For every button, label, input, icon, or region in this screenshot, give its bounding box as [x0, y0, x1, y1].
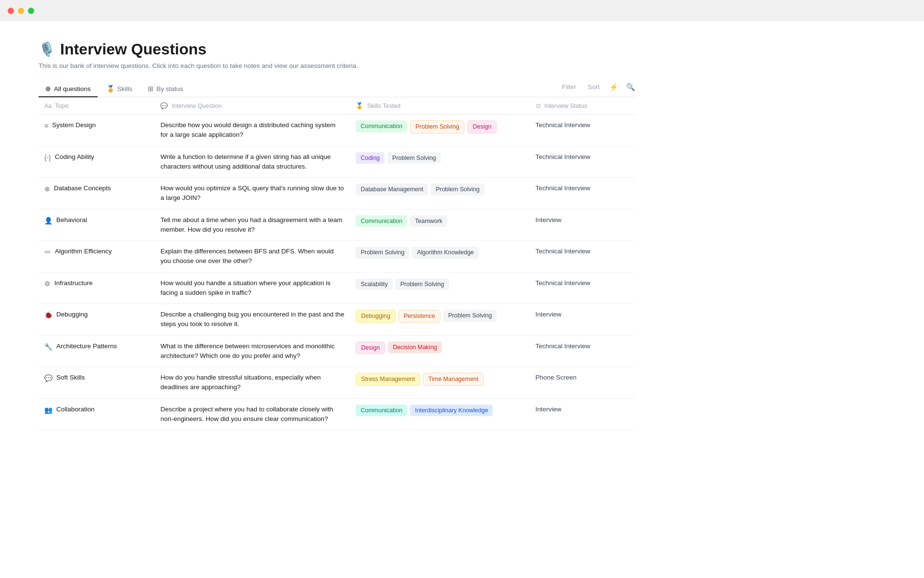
topic-icon: 💬	[44, 373, 52, 383]
question-cell-4: Explain the differences between BFS and …	[154, 241, 350, 273]
question-cell-0: Describe how you would design a distribu…	[154, 115, 350, 146]
tab-skills[interactable]: 🏅 Skills	[100, 81, 140, 97]
status-cell-7: Technical Interview	[530, 335, 635, 367]
topic-cell-3: 👤Behavioral	[38, 209, 154, 241]
topic-cell-0: ≡System Design	[38, 115, 154, 146]
all-questions-icon: ⊕	[45, 85, 51, 92]
status-cell-6: Interview	[530, 304, 635, 336]
topic-label: Collaboration	[56, 405, 95, 414]
col-header-status: ⊙ Interview Status	[530, 97, 635, 115]
topic-label: Database Concepts	[54, 184, 111, 193]
skill-badge: Design	[356, 342, 385, 355]
skill-badge: Algorithm Knowledge	[412, 247, 478, 259]
skill-badge: Stress Management	[356, 373, 420, 386]
question-cell-3: Tell me about a time when you had a disa…	[154, 209, 350, 241]
minimize-button[interactable]	[18, 8, 24, 14]
status-cell-8: Phone Screen	[530, 367, 635, 399]
skills-cell-9: CommunicationInterdisciplinary Knowledge	[350, 398, 529, 430]
toolbar-right: Filter Sort ⚡ 🔍	[560, 82, 635, 95]
skill-badge: Database Management	[356, 184, 428, 196]
skills-cell-4: Problem SolvingAlgorithm Knowledge	[350, 241, 529, 273]
skills-cell-5: ScalabilityProblem Solving	[350, 272, 529, 304]
tabs-row: ⊕ All questions 🏅 Skills ⊞ By status Fil…	[38, 81, 635, 97]
table-row[interactable]: 👥CollaborationDescribe a project where y…	[38, 398, 635, 430]
lightning-icon[interactable]: ⚡	[609, 83, 618, 92]
topic-icon: {-}	[44, 153, 51, 163]
page-title: Interview Questions	[60, 40, 206, 58]
skill-badge: Coding	[356, 152, 385, 164]
table-row[interactable]: {-}Coding AbilityWrite a function to det…	[38, 146, 635, 178]
skill-badge: Teamwork	[410, 215, 447, 227]
status-cell-3: Interview	[530, 209, 635, 241]
question-col-icon: 💬	[160, 103, 168, 109]
table-row[interactable]: ⚙InfrastructureHow would you handle a si…	[38, 272, 635, 304]
skill-badge: Debugging	[356, 310, 395, 323]
status-cell-9: Interview	[530, 398, 635, 430]
skill-badge: Design	[467, 120, 497, 133]
skills-cell-2: Database ManagementProblem Solving	[350, 178, 529, 210]
topic-icon: 🐞	[44, 310, 52, 320]
table-row[interactable]: ≡System DesignDescribe how you would des…	[38, 115, 635, 146]
table-row[interactable]: ≔Algorithm EfficiencyExplain the differe…	[38, 241, 635, 273]
topic-cell-7: 🔧Architecture Patterns	[38, 335, 154, 367]
by-status-icon: ⊞	[148, 85, 154, 92]
skills-col-icon: 🏅	[356, 103, 363, 109]
skill-badge: Interdisciplinary Knowledge	[410, 405, 493, 417]
topic-label: System Design	[52, 120, 96, 130]
page-icon: 🎙️	[38, 41, 55, 57]
topic-icon: ≡	[44, 121, 48, 131]
filter-button[interactable]: Filter	[560, 82, 578, 92]
topic-cell-5: ⚙Infrastructure	[38, 272, 154, 304]
col-header-question: 💬 Interview Question	[154, 97, 350, 115]
skills-cell-1: CodingProblem Solving	[350, 146, 529, 178]
topic-label: Algorithm Efficiency	[55, 247, 112, 256]
skill-badge: Decision Making	[388, 342, 442, 354]
skill-badge: Problem Solving	[387, 152, 441, 164]
table-row[interactable]: 🐞DebuggingDescribe a challenging bug you…	[38, 304, 635, 336]
sort-button[interactable]: Sort	[586, 82, 602, 92]
titlebar	[0, 0, 924, 21]
skill-badge: Problem Solving	[443, 310, 497, 322]
topic-label: Behavioral	[56, 215, 87, 225]
question-cell-1: Write a function to determine if a given…	[154, 146, 350, 178]
skill-badge: Persistence	[398, 310, 440, 323]
skills-cell-8: Stress ManagementTime Management	[350, 367, 529, 399]
topic-icon: ≔	[44, 247, 51, 257]
topic-icon: ⚙	[44, 279, 51, 289]
status-cell-1: Technical Interview	[530, 146, 635, 178]
skills-cell-7: DesignDecision Making	[350, 335, 529, 367]
skill-badge: Problem Solving	[356, 247, 409, 259]
skill-badge: Problem Solving	[396, 278, 449, 290]
table-row[interactable]: 🔧Architecture PatternsWhat is the differ…	[38, 335, 635, 367]
skills-cell-3: CommunicationTeamwork	[350, 209, 529, 241]
search-icon[interactable]: 🔍	[626, 83, 635, 92]
skill-badge: Communication	[356, 215, 407, 227]
page-content: 🎙️ Interview Questions This is our bank …	[0, 21, 674, 449]
skill-badge: Problem Solving	[410, 120, 464, 133]
maximize-button[interactable]	[28, 8, 34, 14]
skill-badge: Time Management	[423, 373, 484, 386]
table-header-row: Aa Topic 💬 Interview Question 🏅 Skills T…	[38, 97, 635, 115]
close-button[interactable]	[8, 8, 14, 14]
col-question-label: Interview Question	[172, 103, 222, 109]
tab-skills-label: Skills	[117, 85, 133, 92]
topic-label: Coding Ability	[55, 152, 94, 162]
topic-cell-2: ⊗Database Concepts	[38, 178, 154, 210]
tab-by-status[interactable]: ⊞ By status	[141, 81, 190, 97]
tab-by-status-label: By status	[156, 85, 183, 92]
topic-cell-8: 💬Soft Skills	[38, 367, 154, 399]
topic-icon: 🔧	[44, 342, 52, 352]
table-row[interactable]: 💬Soft SkillsHow do you handle stressful …	[38, 367, 635, 399]
status-cell-2: Technical Interview	[530, 178, 635, 210]
table-row[interactable]: 👤BehavioralTell me about a time when you…	[38, 209, 635, 241]
topic-icon: ⊗	[44, 184, 50, 194]
question-cell-6: Describe a challenging bug you encounter…	[154, 304, 350, 336]
col-topic-label: Topic	[55, 103, 69, 109]
topic-icon: 👤	[44, 216, 52, 226]
topic-col-icon: Aa	[44, 103, 51, 109]
topic-cell-9: 👥Collaboration	[38, 398, 154, 430]
tab-all-questions[interactable]: ⊕ All questions	[38, 81, 98, 97]
skills-cell-0: CommunicationProblem SolvingDesign	[350, 115, 529, 146]
table-row[interactable]: ⊗Database ConceptsHow would you optimize…	[38, 178, 635, 210]
skills-icon: 🏅	[106, 85, 115, 92]
